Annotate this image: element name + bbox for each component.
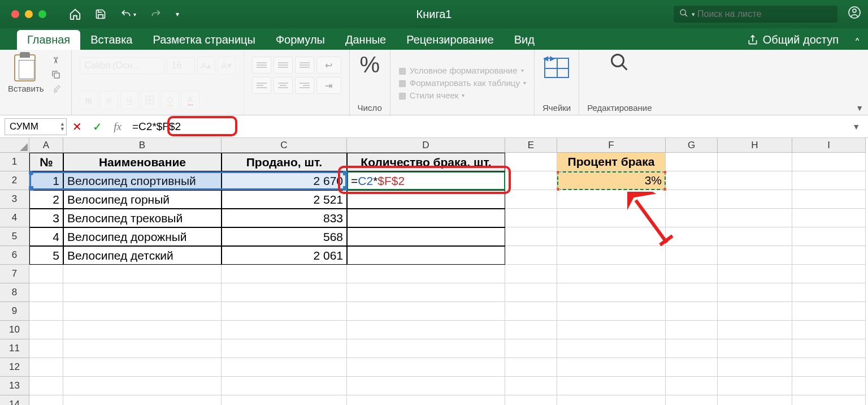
cell-E1[interactable] xyxy=(505,153,557,171)
row-header-5[interactable]: 5 xyxy=(0,227,29,246)
row-header-7[interactable]: 7 xyxy=(0,265,29,283)
cell-A6[interactable]: 5 xyxy=(29,246,63,265)
row-header-3[interactable]: 3 xyxy=(0,190,29,209)
cell-B7[interactable] xyxy=(63,265,222,283)
row-header-11[interactable]: 11 xyxy=(0,339,29,358)
cell-B11[interactable] xyxy=(63,339,222,358)
cell-A2[interactable]: 1 xyxy=(29,171,63,190)
bold-button[interactable]: Ж xyxy=(80,91,98,109)
merge-cells-icon[interactable]: ⇥ xyxy=(316,77,341,94)
wrap-text-icon[interactable]: ↩ xyxy=(316,57,341,74)
cell-E3[interactable] xyxy=(505,190,557,209)
cell-C9[interactable] xyxy=(222,302,347,321)
cell-B1[interactable]: Наименование xyxy=(63,153,222,171)
align-left-icon[interactable] xyxy=(252,77,271,94)
cell-F6[interactable] xyxy=(557,246,666,265)
cell-H3[interactable] xyxy=(718,190,792,209)
row-header-9[interactable]: 9 xyxy=(0,302,29,321)
cell-I6[interactable] xyxy=(792,246,866,265)
share-button[interactable]: Общий доступ xyxy=(739,30,847,50)
cell-H4[interactable] xyxy=(718,209,792,227)
increase-font-icon[interactable]: A▴ xyxy=(197,57,215,75)
cell-F8[interactable] xyxy=(557,283,666,302)
cell-E2[interactable] xyxy=(505,171,557,190)
font-color-button[interactable]: A xyxy=(181,91,199,109)
search-field[interactable]: ▾ xyxy=(674,6,837,23)
cell-G5[interactable] xyxy=(666,227,718,246)
cell-C11[interactable] xyxy=(222,339,347,358)
cell-D1[interactable]: Количество брака, шт. xyxy=(347,153,505,171)
cell-A10[interactable] xyxy=(29,321,63,339)
qat-customize-icon[interactable]: ▾ xyxy=(176,10,179,18)
cell-E11[interactable] xyxy=(505,339,557,358)
cell-B8[interactable] xyxy=(63,283,222,302)
format-painter-icon[interactable] xyxy=(49,84,63,95)
cell-C2[interactable]: 2 670 xyxy=(222,171,347,190)
cell-F3[interactable] xyxy=(557,190,666,209)
paste-icon[interactable] xyxy=(14,54,38,84)
cell-C4[interactable]: 833 xyxy=(222,209,347,227)
cell-I2[interactable] xyxy=(792,171,866,190)
cell-H13[interactable] xyxy=(718,377,792,395)
cell-E8[interactable] xyxy=(505,283,557,302)
cell-H2[interactable] xyxy=(718,171,792,190)
cell-A11[interactable] xyxy=(29,339,63,358)
cell-G9[interactable] xyxy=(666,302,718,321)
cell-I7[interactable] xyxy=(792,265,866,283)
spreadsheet-grid[interactable]: A B C D E F G H I 1№НаименованиеПродано,… xyxy=(0,138,868,405)
underline-button[interactable]: Ч xyxy=(120,91,138,109)
formula-cancel-button[interactable]: ✕ xyxy=(67,120,87,133)
cell-C6[interactable]: 2 061 xyxy=(222,246,347,265)
cell-D11[interactable] xyxy=(347,339,505,358)
cell-E4[interactable] xyxy=(505,209,557,227)
cell-F2[interactable]: 3% xyxy=(557,171,666,190)
cell-F9[interactable] xyxy=(557,302,666,321)
cell-H9[interactable] xyxy=(718,302,792,321)
cell-B13[interactable] xyxy=(63,377,222,395)
cell-G12[interactable] xyxy=(666,358,718,377)
cell-A8[interactable] xyxy=(29,283,63,302)
cut-icon[interactable]: ✂ xyxy=(50,53,62,67)
row-header-13[interactable]: 13 xyxy=(0,377,29,395)
cell-H1[interactable] xyxy=(718,153,792,171)
row-header-4[interactable]: 4 xyxy=(0,209,29,227)
find-icon[interactable] xyxy=(609,52,630,77)
align-right-icon[interactable] xyxy=(295,77,314,94)
cell-F13[interactable] xyxy=(557,377,666,395)
cell-B2[interactable]: Велосипед спортивный xyxy=(63,171,222,190)
cell-D12[interactable] xyxy=(347,358,505,377)
font-size-select[interactable]: 16 xyxy=(167,57,195,74)
cell-A3[interactable]: 2 xyxy=(29,190,63,209)
fx-button[interactable]: fx xyxy=(107,120,128,133)
cell-F4[interactable] xyxy=(557,209,666,227)
cell-F14[interactable] xyxy=(557,395,666,405)
cell-E9[interactable] xyxy=(505,302,557,321)
tab-home[interactable]: Главная xyxy=(17,30,80,50)
save-icon[interactable] xyxy=(95,8,106,20)
formula-bar-expand-icon[interactable]: ▼ xyxy=(852,122,863,131)
cell-H14[interactable] xyxy=(718,395,792,405)
cell-I4[interactable] xyxy=(792,209,866,227)
cell-G6[interactable] xyxy=(666,246,718,265)
formula-input[interactable] xyxy=(128,118,852,135)
cell-F12[interactable] xyxy=(557,358,666,377)
cell-C13[interactable] xyxy=(222,377,347,395)
maximize-window-button[interactable] xyxy=(38,10,46,18)
cell-G1[interactable] xyxy=(666,153,718,171)
cell-D9[interactable] xyxy=(347,302,505,321)
decrease-font-icon[interactable]: A▾ xyxy=(218,57,236,75)
cell-A12[interactable] xyxy=(29,358,63,377)
cell-E10[interactable] xyxy=(505,321,557,339)
cell-C3[interactable]: 2 521 xyxy=(222,190,347,209)
formula-confirm-button[interactable]: ✓ xyxy=(87,120,107,133)
col-header-D[interactable]: D xyxy=(347,138,505,153)
cell-B6[interactable]: Велосипед детский xyxy=(63,246,222,265)
cell-F11[interactable] xyxy=(557,339,666,358)
cell-C8[interactable] xyxy=(222,283,347,302)
col-header-C[interactable]: C xyxy=(222,138,347,153)
cell-C5[interactable]: 568 xyxy=(222,227,347,246)
cell-H5[interactable] xyxy=(718,227,792,246)
cell-B12[interactable] xyxy=(63,358,222,377)
cell-D2[interactable]: =C2*$F$2 xyxy=(347,171,505,190)
cell-E7[interactable] xyxy=(505,265,557,283)
